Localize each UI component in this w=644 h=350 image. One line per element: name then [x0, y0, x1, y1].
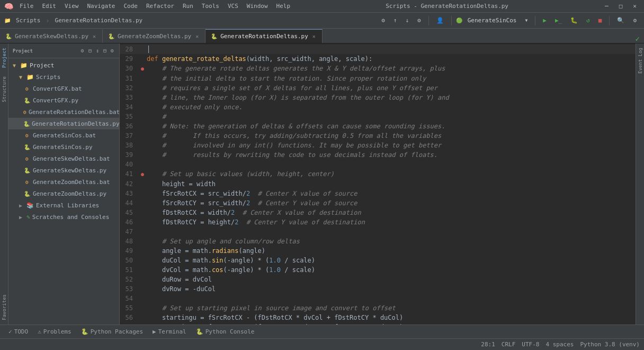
- menu-help[interactable]: Help: [274, 2, 293, 11]
- code-line-45: 45 fDstRotCX = width/2 # Center X value …: [120, 208, 636, 217]
- tree-item-genzoom-py[interactable]: 🐍 GenerateZoomDeltas.py: [8, 188, 119, 199]
- tab-generaterotationdeltas[interactable]: 🐍 GenerateRotationDeltas.py ✕: [205, 29, 323, 43]
- linenum-31: 31: [120, 74, 138, 83]
- linenum-33: 33: [120, 93, 138, 102]
- tab-python-packages[interactable]: 🐍 Python Packages: [77, 327, 147, 336]
- toolbar-settings[interactable]: ⚙: [414, 16, 424, 25]
- project-sort-btn[interactable]: ↕: [95, 47, 100, 55]
- menu-view[interactable]: View: [62, 2, 81, 11]
- menu-refactor[interactable]: Refactor: [144, 2, 176, 11]
- gutter-36: [138, 121, 147, 131]
- status-bar: 28:1 CRLF UTF-8 4 spaces Python 3.8 (ven…: [0, 338, 644, 350]
- code-50: duCol = math.sin(-angle) * (1.0 / scale): [147, 256, 636, 265]
- tree-item-genrot-bat[interactable]: ⚙ GenerateRotationDeltas.bat: [8, 106, 119, 118]
- run-button[interactable]: ▶: [540, 16, 550, 25]
- menu-navigate[interactable]: Navigate: [85, 2, 118, 11]
- project-expand-btn[interactable]: ⊟: [87, 47, 93, 55]
- genzoom-bat-icon: ⚙: [23, 179, 31, 185]
- rerun-button[interactable]: ↺: [583, 16, 593, 25]
- tab-close-1[interactable]: ✕: [194, 33, 200, 39]
- menu-tools[interactable]: Tools: [200, 2, 221, 11]
- scripts-folder-icon: 📁: [26, 74, 34, 81]
- tree-scratches-label: Scratches and Consoles: [32, 214, 110, 221]
- maximize-button[interactable]: □: [616, 2, 626, 11]
- minimize-button[interactable]: ─: [602, 2, 612, 11]
- tree-item-scratches[interactable]: ▶ ✎ Scratches and Consoles: [8, 211, 119, 223]
- tab-generateskewdeltas[interactable]: 🐍 GenerateSkewDeltas.py ✕: [0, 29, 103, 43]
- status-python[interactable]: Python 3.8 (venv): [580, 341, 640, 348]
- account-icon[interactable]: 👤: [433, 16, 447, 25]
- toolbar-cog[interactable]: ⚙: [378, 16, 388, 25]
- toolbar-arrow-down[interactable]: ↓: [402, 16, 412, 25]
- status-position[interactable]: 28:1: [481, 341, 495, 348]
- code-line-28[interactable]: 28 │: [120, 45, 636, 54]
- settings-button[interactable]: ⚙: [630, 16, 640, 25]
- toolbar-arrow-up[interactable]: ↑: [390, 16, 400, 25]
- code-line-34: 34 # executed only once.: [120, 102, 636, 112]
- tab-label-1: GenerateZoomDeltas.py: [118, 33, 191, 40]
- menu-file[interactable]: File: [17, 2, 36, 11]
- linenum-55: 55: [120, 303, 138, 313]
- gutter-34: [138, 102, 147, 112]
- project-cog-btn[interactable]: ⚙: [80, 47, 85, 55]
- run-config-dropdown[interactable]: GenerateSinCos: [464, 16, 520, 25]
- tab-python-console[interactable]: 🐍 Python Console: [192, 327, 259, 336]
- tab-close-2[interactable]: ✕: [311, 33, 317, 39]
- code-line-35: 35 #: [120, 112, 636, 121]
- tree-item-genrot-py[interactable]: 🐍 GenerateRotationDeltas.py: [8, 118, 119, 129]
- tree-item-genzoom-bat[interactable]: ⚙ GenerateZoomDeltas.bat: [8, 176, 119, 188]
- tree-item-genskew-bat[interactable]: ⚙ GenerateSkewDeltas.bat: [8, 153, 119, 164]
- menu-edit[interactable]: Edit: [40, 2, 59, 11]
- structure-strip-tab[interactable]: Structure: [1, 72, 8, 107]
- status-indent[interactable]: 4 spaces: [545, 341, 574, 348]
- code-39: # results by rewriting the code to use d…: [147, 150, 636, 160]
- tab-terminal[interactable]: ▶ Terminal: [148, 327, 191, 336]
- extlibs-icon: 📚: [26, 202, 34, 209]
- project-collapse-btn[interactable]: ⊟: [102, 47, 108, 55]
- tree-item-genskew-py[interactable]: 🐍 GenerateSkewDeltas.py: [8, 164, 119, 176]
- status-encoding[interactable]: UTF-8: [522, 341, 539, 348]
- menu-code[interactable]: Code: [121, 2, 140, 11]
- gutter-44: [138, 198, 147, 208]
- code-line-40: 40: [120, 160, 636, 169]
- code-line-30: 30 ● # The generate rotate deltas genera…: [120, 64, 636, 74]
- tree-genskew-py-label: GenerateSkewDeltas.py: [33, 167, 106, 174]
- file-saved-checkmark: ✓: [636, 34, 640, 43]
- close-button[interactable]: ✕: [630, 2, 640, 11]
- tab-problems[interactable]: ⚠ Problems: [33, 327, 76, 336]
- tab-todo[interactable]: ✓ TODO: [4, 327, 32, 336]
- tree-genzoom-py-label: GenerateZoomDeltas.py: [33, 190, 106, 197]
- stop-button[interactable]: ■: [595, 16, 605, 25]
- gutter-29: [138, 54, 147, 64]
- genskew-bat-icon: ⚙: [23, 156, 31, 162]
- linenum-56: 56: [120, 313, 138, 322]
- breadcrumb-file[interactable]: GenerateRotationDeltas.py: [52, 16, 146, 25]
- tree-root[interactable]: ▼ 📁 Project: [8, 59, 119, 71]
- menu-window[interactable]: Window: [245, 2, 270, 11]
- status-linesep[interactable]: CRLF: [502, 341, 516, 348]
- tree-item-extlibs[interactable]: ▶ 📚 External Libraries: [8, 199, 119, 211]
- code-editor[interactable]: 28 │ 29 def generate_rotate_deltas(width…: [120, 43, 636, 325]
- gutter-52: [138, 275, 147, 284]
- code-52: duRow = dvCol: [147, 275, 636, 284]
- tree-item-convertgfx-bat[interactable]: ⚙ ConvertGFX.bat: [8, 83, 119, 94]
- menu-run[interactable]: Run: [181, 2, 195, 11]
- eventlog-strip-tab[interactable]: Event Log: [637, 43, 644, 78]
- coverage-button[interactable]: ▶̲: [552, 16, 565, 25]
- tree-item-gensin-py[interactable]: 🐍 GenerateSinCos.py: [8, 141, 119, 153]
- tree-item-scripts[interactable]: ▼ 📁 Scripts: [8, 71, 119, 83]
- tree-item-convertgfx-py[interactable]: 🐍 ConvertGFX.py: [8, 94, 119, 106]
- breadcrumb-scripts[interactable]: Scripts: [13, 16, 43, 25]
- gutter-54: [138, 294, 147, 303]
- project-settings-btn[interactable]: ⚙: [110, 47, 115, 55]
- tree-item-gensin-bat[interactable]: ⚙ GenerateSinCos.bat: [8, 129, 119, 141]
- project-strip-tab[interactable]: Project: [1, 43, 8, 72]
- debug-button[interactable]: 🐛: [567, 16, 581, 25]
- menu-vcs[interactable]: VCS: [226, 2, 240, 11]
- run-config-expand[interactable]: ▼: [522, 17, 531, 24]
- tree-convertgfx-bat-label: ConvertGFX.bat: [33, 85, 82, 92]
- tab-generatezoomdeltas[interactable]: 🐍 GenerateZoomDeltas.py ✕: [103, 29, 205, 43]
- tab-close-0[interactable]: ✕: [92, 33, 97, 39]
- search-button[interactable]: 🔍: [614, 16, 628, 25]
- favorites-strip-tab[interactable]: Favorites: [1, 290, 8, 325]
